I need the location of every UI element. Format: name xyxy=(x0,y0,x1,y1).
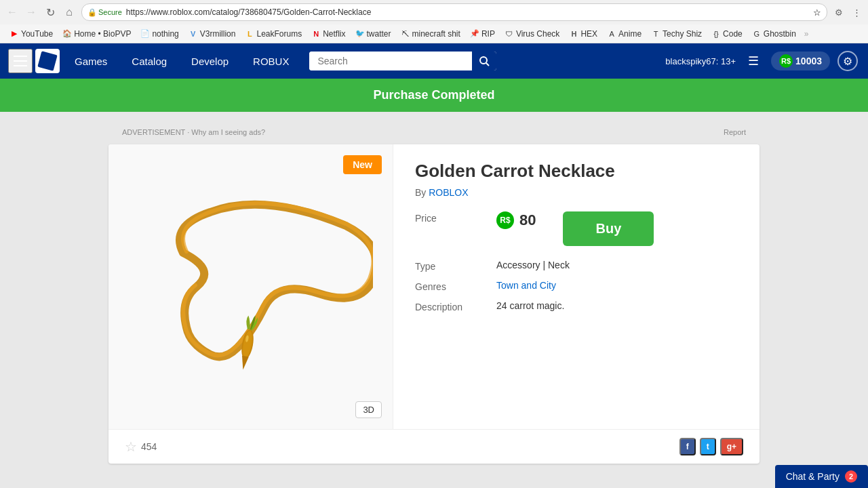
why-ads-link[interactable]: Why am I seeing ads? xyxy=(191,128,265,136)
search-bar xyxy=(309,52,496,70)
bookmark-viruscheck[interactable]: 🛡 Virus Check xyxy=(500,28,564,40)
bookmark-code[interactable]: {} Code xyxy=(707,28,747,40)
bookmark-twatter-label: twatter xyxy=(367,29,391,39)
description-label: Description xyxy=(415,300,496,312)
more-button[interactable]: ⋮ xyxy=(849,5,864,20)
bookmark-rip[interactable]: 📌 RIP xyxy=(466,28,499,40)
anime-icon: A xyxy=(607,29,616,39)
nav-games[interactable]: Games xyxy=(62,43,119,79)
star-icon[interactable]: ☆ xyxy=(125,439,137,455)
svg-marker-4 xyxy=(239,356,248,370)
chat-label: Chat & Party xyxy=(786,471,840,477)
nav-links: Games Catalog Develop ROBUX xyxy=(62,43,301,79)
view-3d-button[interactable]: 3D xyxy=(355,401,382,418)
by-prefix: By xyxy=(415,187,429,198)
twitter-share-button[interactable]: t xyxy=(700,438,716,455)
home-button[interactable]: ⌂ xyxy=(61,4,77,20)
robux-button[interactable]: R$ 10003 xyxy=(771,52,830,70)
roblox-logo[interactable] xyxy=(33,46,62,76)
report-link[interactable]: Report xyxy=(724,128,746,136)
forward-button[interactable]: → xyxy=(23,4,39,20)
bookmark-hex[interactable]: H HEX xyxy=(565,28,601,40)
bookmark-minecraft[interactable]: ⛏ minecraft shit xyxy=(397,28,465,40)
secure-icon: 🔒 Secure xyxy=(87,8,122,17)
ad-label: ADVERTISEMENT xyxy=(122,128,185,136)
bookmark-leakforums[interactable]: L LeakForums xyxy=(241,28,306,40)
back-button[interactable]: ← xyxy=(4,4,20,20)
description-value: 24 carrot magic. xyxy=(496,300,738,312)
bookmark-netflix[interactable]: N Netflix xyxy=(307,28,349,40)
biopvp-icon: 🏠 xyxy=(62,29,72,39)
type-label: Type xyxy=(415,260,496,272)
browser-chrome: ← → ↻ ⌂ 🔒 Secure https://www.roblox.com/… xyxy=(0,0,868,43)
bookmark-leakforums-label: LeakForums xyxy=(256,29,302,39)
bookmark-v3rmillion[interactable]: V V3rmillion xyxy=(184,28,240,40)
facebook-share-button[interactable]: f xyxy=(679,438,696,455)
chat-badge: 2 xyxy=(845,470,857,477)
nav-robux[interactable]: ROBUX xyxy=(241,43,301,79)
googleplus-share-button[interactable]: g+ xyxy=(720,438,743,455)
item-inner: New xyxy=(108,144,760,429)
ghostbin-icon: G xyxy=(752,29,762,39)
leakforums-icon: L xyxy=(245,29,254,39)
bookmark-twatter[interactable]: 🐦 twatter xyxy=(351,28,395,40)
item-image xyxy=(122,165,380,409)
search-input[interactable] xyxy=(309,52,472,70)
bookmark-anime[interactable]: A Anime xyxy=(603,28,646,40)
v3rmillion-icon: V xyxy=(189,29,198,39)
roblox-logo-inner xyxy=(37,51,57,70)
item-creator: By ROBLOX xyxy=(415,187,738,198)
bookmark-anime-label: Anime xyxy=(618,29,642,39)
star-bookmark-icon[interactable]: ☆ xyxy=(813,7,821,18)
item-title: Golden Carrot Necklace xyxy=(415,161,738,182)
twitter-icon: t xyxy=(707,442,709,451)
bookmark-nothing[interactable]: 📄 nothing xyxy=(136,28,182,40)
address-bar[interactable]: 🔒 Secure https://www.roblox.com/catalog/… xyxy=(81,3,827,21)
notifications-button[interactable]: ☰ xyxy=(741,49,766,73)
bookmark-youtube[interactable]: ▶ YouTube xyxy=(5,28,57,40)
secure-label: Secure xyxy=(98,8,122,16)
extensions-button[interactable]: ⚙ xyxy=(831,5,846,20)
bookmark-techyshiz[interactable]: T Techy Shiz xyxy=(647,28,706,40)
bookmark-minecraft-label: minecraft shit xyxy=(412,29,460,39)
item-meta-details: Type Accessory | Neck Genres Town and Ci… xyxy=(415,260,738,312)
bookmark-biopvp[interactable]: 🏠 Home • BioPVP xyxy=(58,28,135,40)
creator-link[interactable]: ROBLOX xyxy=(429,187,468,198)
price-robux-icon: R$ xyxy=(496,211,514,229)
bookmark-v3rmillion-label: V3rmillion xyxy=(200,29,236,39)
techyshiz-icon: T xyxy=(651,29,660,39)
browser-toolbar: ← → ↻ ⌂ 🔒 Secure https://www.roblox.com/… xyxy=(0,0,868,24)
genres-link[interactable]: Town and City xyxy=(496,280,556,291)
rip-icon: 📌 xyxy=(470,29,479,39)
browser-actions: ⚙ ⋮ xyxy=(831,5,864,20)
twatter-icon: 🐦 xyxy=(355,29,365,39)
hamburger-menu-button[interactable] xyxy=(8,49,33,73)
type-value: Accessory | Neck xyxy=(496,260,738,272)
bookmark-ghostbin-label: Ghostbin xyxy=(764,29,796,39)
nav-catalog[interactable]: Catalog xyxy=(119,43,179,79)
social-icons: f t g+ xyxy=(679,438,743,455)
bookmarks-bar: ▶ YouTube 🏠 Home • BioPVP 📄 nothing V V3… xyxy=(0,24,868,43)
nav-develop[interactable]: Develop xyxy=(179,43,241,79)
search-button[interactable] xyxy=(472,52,496,70)
bookmark-ghostbin[interactable]: G Ghostbin xyxy=(748,28,800,40)
reload-button[interactable]: ↻ xyxy=(42,4,58,20)
nav-right: blackspiky67: 13+ ☰ R$ 10003 ⚙ xyxy=(665,49,860,73)
nav-buttons: ← → ↻ ⌂ xyxy=(4,4,77,20)
bookmark-nothing-label: nothing xyxy=(152,29,178,39)
googleplus-icon: g+ xyxy=(727,442,736,451)
more-bookmarks[interactable]: » xyxy=(804,29,809,39)
roblox-navbar: Games Catalog Develop ROBUX blackspiky67… xyxy=(0,43,868,79)
item-meta: Price R$ 80 xyxy=(415,211,536,229)
bookmark-techyshiz-label: Techy Shiz xyxy=(663,29,702,39)
chat-party-button[interactable]: Chat & Party 2 xyxy=(775,465,868,477)
buy-button[interactable]: Buy xyxy=(563,211,654,246)
settings-button[interactable]: ⚙ xyxy=(835,49,860,73)
ad-bar: ADVERTISEMENT · Why am I seeing ads? Rep… xyxy=(0,125,868,139)
rating-wrap: ☆ 454 xyxy=(125,439,157,455)
price-wrap: R$ 80 xyxy=(496,211,536,229)
price-label: Price xyxy=(415,211,496,229)
facebook-icon: f xyxy=(686,442,689,451)
purchase-banner: Purchase Completed xyxy=(0,79,868,112)
viruscheck-icon: 🛡 xyxy=(505,29,514,39)
